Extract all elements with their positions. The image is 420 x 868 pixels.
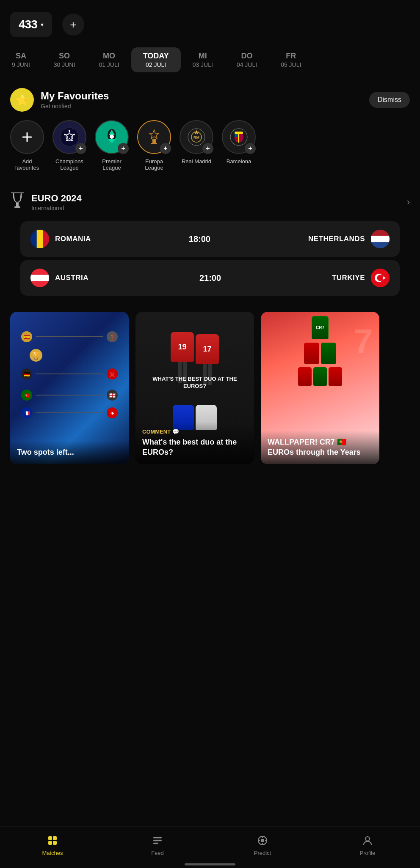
news-card-3-text: WALLPAPER! CR7 🇵🇹 EUROs through the Year… — [261, 431, 379, 464]
date-item-so[interactable]: SO 30 JUNI — [42, 47, 87, 72]
nav-item-feed[interactable]: Feed — [132, 834, 183, 856]
svg-text:🇩🇪: 🇩🇪 — [24, 371, 30, 377]
fav-label-champions: Champions League — [52, 158, 86, 171]
real-madrid-icon: RM — [187, 127, 206, 147]
match-time-1: 18:00 — [189, 234, 210, 244]
bottom-navigation: Matches Feed Predict — [0, 827, 420, 868]
date-date: 04 JULI — [237, 61, 257, 68]
tournament-section: EURO 2024 International › — [0, 178, 420, 303]
news-card-1[interactable]: 🇪🇸 ❓ 🏆 🇩🇪 ❌ — [10, 312, 129, 464]
fav-item-premier[interactable]: + Premier League — [95, 120, 129, 171]
date-item-mo[interactable]: MO 01 JULI — [87, 47, 131, 72]
dropdown-icon: ▾ — [41, 21, 44, 28]
svg-point-7 — [71, 140, 73, 141]
nav-label-profile: Profile — [360, 850, 376, 856]
news-card-3[interactable]: CR7 — [261, 312, 379, 464]
date-day: TODAY — [143, 52, 169, 60]
date-date: 30 JUNI — [54, 61, 75, 68]
svg-point-5 — [69, 130, 70, 132]
europa-league-circle: + — [137, 120, 171, 154]
app-logo: 433 — [19, 18, 37, 31]
dismiss-button[interactable]: Dismiss — [369, 92, 410, 108]
svg-rect-63 — [53, 841, 57, 845]
svg-rect-29 — [30, 230, 37, 248]
svg-rect-15 — [151, 143, 157, 144]
nav-item-matches[interactable]: Matches — [27, 834, 78, 856]
add-button[interactable]: + — [62, 14, 84, 36]
champions-league-circle: + — [52, 120, 86, 154]
barcelona-circle: + — [222, 120, 256, 154]
date-date: 02 JULI — [146, 61, 166, 68]
match-card-2[interactable]: AUSTRIA 21:00 TURKIYE — [20, 260, 400, 296]
europa-league-icon — [144, 127, 164, 147]
svg-rect-37 — [30, 275, 49, 281]
date-item-fr[interactable]: FR 05 JULI — [269, 47, 313, 72]
match-card-1[interactable]: ROMANIA 18:00 NETHERLANDS — [20, 221, 400, 257]
favourites-section: ⭐ My Favourites Get notified Dismiss Add… — [0, 76, 420, 178]
svg-text:RM: RM — [193, 135, 199, 140]
premier-league-circle: + — [95, 120, 129, 154]
nav-label-matches: Matches — [42, 850, 63, 856]
real-madrid-circle: RM + — [180, 120, 213, 154]
turkiye-name: TURKIYE — [332, 274, 365, 282]
fav-item-europa[interactable]: + Europa League — [137, 120, 171, 171]
svg-text:❌: ❌ — [110, 372, 115, 377]
svg-text:🇪🇸: 🇪🇸 — [24, 334, 30, 340]
nav-label-predict: Predict — [254, 850, 271, 856]
news-card-2[interactable]: 19 17 — [135, 312, 254, 464]
date-item-today[interactable]: TODAY 02 JULI — [131, 47, 181, 72]
fav-label-real: Real Madrid — [182, 158, 211, 165]
add-fav-circle — [10, 120, 44, 154]
svg-rect-30 — [37, 230, 43, 248]
netherlands-flag — [371, 230, 390, 248]
date-date: 03 JULI — [193, 61, 213, 68]
tournament-sub: International — [31, 205, 82, 212]
svg-rect-33 — [371, 230, 390, 236]
fav-item-barcelona[interactable]: + Barcelona — [222, 120, 256, 171]
tournament-header[interactable]: EURO 2024 International › — [10, 186, 410, 218]
date-day: SO — [59, 52, 70, 60]
news-card-2-text: COMMENT 💬 What's the best duo at the EUR… — [135, 422, 254, 464]
favourites-text: My Favourites Get notified — [41, 90, 109, 110]
news-card-2-title: What's the best duo at the EUROs? — [142, 438, 237, 456]
svg-text:❓: ❓ — [110, 335, 115, 340]
svg-rect-31 — [43, 230, 49, 248]
svg-point-12 — [110, 135, 114, 139]
nav-item-predict[interactable]: Predict — [237, 834, 288, 856]
news-scroll: 🇪🇸 ❓ 🏆 🇩🇪 ❌ — [10, 312, 410, 464]
date-day: DO — [241, 52, 253, 60]
fav-item-add[interactable]: Add favourites — [10, 120, 44, 171]
fav-item-real[interactable]: RM + Real Madrid — [180, 120, 213, 171]
svg-text:🏴󠁧󠁢󠁥󠁮󠁧󠁿: 🏴󠁧󠁢󠁥󠁮󠁧󠁿 — [109, 392, 116, 398]
svg-point-9 — [64, 134, 66, 135]
date-item-sa[interactable]: SA 9 JUNI — [0, 47, 42, 72]
premier-league-icon — [102, 127, 122, 147]
card-2-top-text: WHAT'S THE BEST DUO AT THE EUROS? — [142, 376, 247, 390]
svg-rect-23 — [235, 132, 243, 134]
fav-plus-icon: + — [245, 143, 256, 154]
news-section: 🇪🇸 ❓ 🏆 🇩🇪 ❌ — [0, 303, 420, 472]
match-time-2: 21:00 — [199, 273, 221, 283]
nav-item-profile[interactable]: Profile — [342, 834, 393, 856]
date-day: MI — [199, 52, 207, 60]
date-date: 9 JUNI — [12, 61, 30, 68]
date-day: MO — [103, 52, 115, 60]
favourites-subtitle: Get notified — [41, 103, 109, 110]
logo-button[interactable]: 433 ▾ — [10, 12, 52, 37]
fav-plus-icon: + — [118, 143, 129, 154]
svg-point-68 — [261, 839, 264, 842]
date-item-mi[interactable]: MI 03 JULI — [181, 47, 225, 72]
trophy-svg — [10, 192, 25, 209]
news-card-1-text: Two spots left... — [10, 441, 129, 464]
fav-label-add: Add favourites — [10, 158, 44, 171]
fav-item-champions[interactable]: + Champions League — [52, 120, 86, 171]
date-navigation: SA 9 JUNI SO 30 JUNI MO 01 JULI TODAY 02… — [0, 44, 420, 76]
trophy-icon — [10, 192, 25, 212]
svg-rect-66 — [153, 843, 158, 844]
news-card-3-title: WALLPAPER! CR7 🇵🇹 EUROs through the Year… — [268, 438, 361, 456]
date-item-do[interactable]: DO 04 JULI — [225, 47, 269, 72]
netherlands-name: NETHERLANDS — [308, 235, 365, 243]
matches-icon — [46, 834, 59, 847]
date-date: 05 JULI — [281, 61, 301, 68]
tournament-name: EURO 2024 — [31, 193, 82, 204]
